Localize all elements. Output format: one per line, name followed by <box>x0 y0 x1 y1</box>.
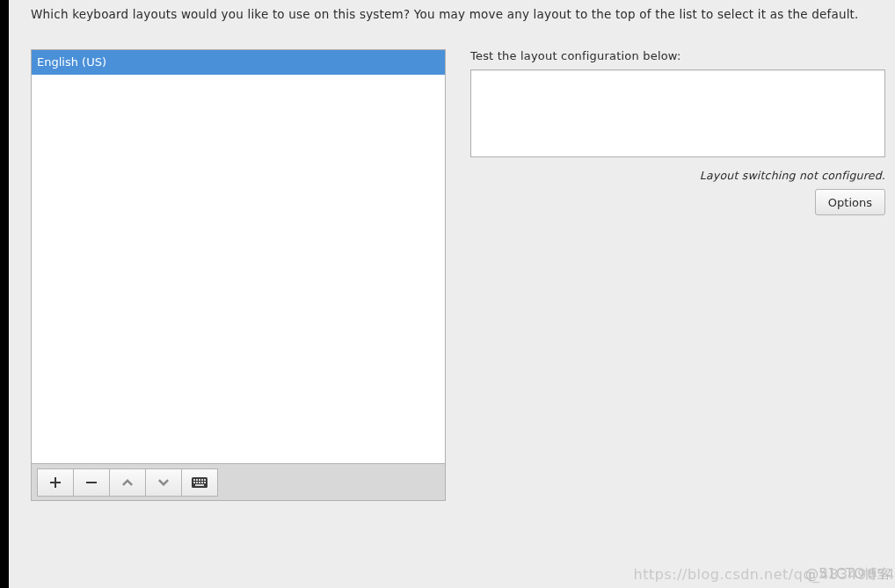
svg-rect-4 <box>199 479 200 481</box>
svg-rect-5 <box>201 479 203 481</box>
test-area-label: Test the layout configuration below: <box>470 49 885 62</box>
layout-switch-status: Layout switching not configured. <box>470 169 885 182</box>
watermark-url: https://blog.csdn.net/qq_48349054 <box>634 566 895 583</box>
preview-layout-button[interactable] <box>181 468 218 497</box>
chevron-up-icon <box>121 476 134 489</box>
test-layout-input[interactable] <box>470 69 885 157</box>
svg-rect-12 <box>195 484 204 486</box>
svg-rect-2 <box>193 479 195 481</box>
move-layout-up-button[interactable] <box>109 468 146 497</box>
svg-rect-7 <box>193 482 195 483</box>
svg-rect-3 <box>196 479 198 481</box>
test-pane: Test the layout configuration below: Lay… <box>470 49 885 215</box>
keyboard-icon <box>192 477 207 488</box>
layout-list-pane: English (US) <box>31 49 446 501</box>
keyboard-layout-page: Which keyboard layouts would you like to… <box>9 0 895 588</box>
watermark-handle: @51CTO博客 <box>805 566 891 583</box>
layout-list-item-selected[interactable]: English (US) <box>32 50 445 75</box>
layout-listbox[interactable]: English (US) <box>31 49 446 463</box>
page-prompt: Which keyboard layouts would you like to… <box>31 7 875 21</box>
chevron-down-icon <box>157 476 170 489</box>
plus-icon <box>49 476 62 489</box>
svg-rect-9 <box>199 482 200 483</box>
svg-rect-0 <box>86 482 97 483</box>
minus-icon <box>85 476 98 489</box>
svg-rect-10 <box>201 482 203 483</box>
move-layout-down-button[interactable] <box>145 468 182 497</box>
remove-layout-button[interactable] <box>73 468 110 497</box>
layout-toolbar <box>31 463 446 501</box>
svg-rect-11 <box>204 482 206 483</box>
left-black-strip <box>0 0 9 588</box>
svg-rect-8 <box>196 482 198 483</box>
svg-rect-6 <box>204 479 206 481</box>
add-layout-button[interactable] <box>37 468 74 497</box>
options-button[interactable]: Options <box>815 189 885 215</box>
